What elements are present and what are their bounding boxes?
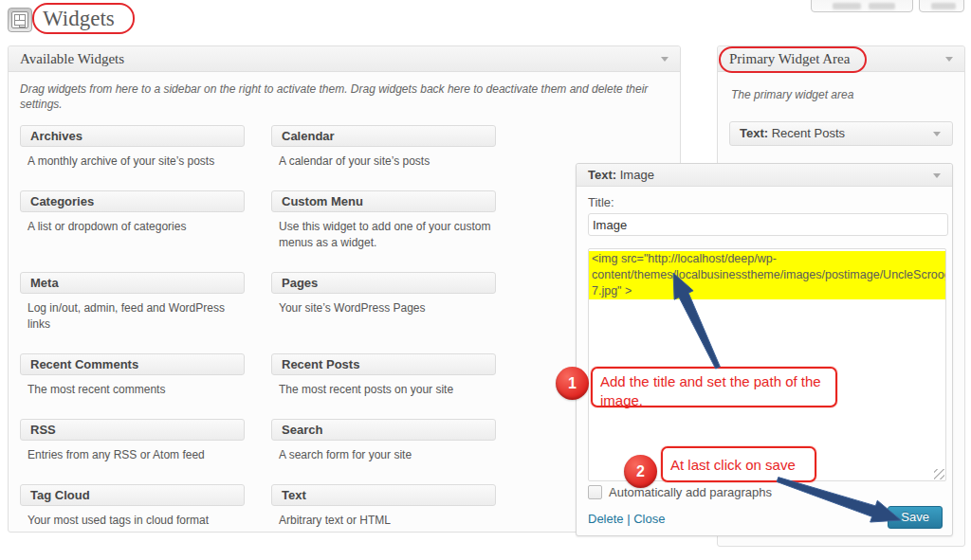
widget-toggle-arrow-icon[interactable] [933,132,941,136]
autop-row: Automatically add paragraphs [588,485,772,499]
widget-card-text: Text Arbitrary text or HTML [271,484,496,529]
cutoff-button-text [833,3,861,9]
widget-card-rss: RSS Entries from any RSS or Atom feed [20,419,245,463]
widget-drag-bar[interactable]: Archives [20,125,245,147]
widget-drag-bar[interactable]: Recent Posts [271,353,496,375]
widget-card-categories: Categories A list or dropdown of categor… [20,190,245,251]
widget-card-tag-cloud: Tag Cloud Your most used tags in cloud f… [20,484,245,529]
available-widgets-header: Available Widgets [9,46,680,72]
available-widgets-description: Drag widgets from here to a sidebar on t… [20,81,684,112]
widget-description: The most recent posts on your site [279,382,501,398]
title-field-label: Title: [588,195,941,209]
cutoff-button-text [931,3,956,9]
cutoff-toolbar-button-left[interactable] [811,0,913,12]
widget-drag-bar[interactable]: Meta [20,272,245,294]
widget-description: Use this widget to add one of your custo… [279,219,501,251]
widget-drag-bar[interactable]: Calendar [271,125,496,147]
widget-drag-bar[interactable]: Pages [271,272,496,294]
highlighted-code-line: <img src="http://localhost/deep/wp- [589,251,945,267]
highlighted-code-line: content/themes/localbusinesstheme/images… [589,267,945,283]
cutoff-toolbar-button-right[interactable] [919,0,964,12]
widget-description: A search form for your site [279,447,501,463]
step-2-callout: At last click on save [661,446,816,482]
wordpress-widgets-screen: Widgets Available Widgets Drag widgets f… [0,0,971,560]
step-1-badge: 1 [556,367,589,400]
widget-description: Log in/out, admin, feed and WordPress li… [27,300,249,333]
textarea-resize-handle[interactable] [934,469,944,479]
widget-footer-links: Delete | Close [588,512,665,526]
primary-widget-area-annotation-oval [719,46,867,73]
widget-toggle-arrow-icon[interactable] [933,173,941,178]
collapse-arrow-icon[interactable] [945,57,953,62]
highlighted-code-line: 7.jpg" > [589,283,945,299]
autop-label: Automatically add paragraphs [609,485,772,499]
title-annotation-oval [32,3,135,34]
widget-card-custom-menu: Custom Menu Use this widget to add one o… [271,190,496,251]
widget-card-recent-posts: Recent Posts The most recent posts on yo… [271,353,496,398]
autop-checkbox[interactable] [588,485,602,499]
collapse-arrow-icon[interactable] [661,57,669,62]
widget-drag-bar[interactable]: Tag Cloud [20,484,245,506]
widget-title-input[interactable] [588,213,948,236]
widget-card-meta: Meta Log in/out, admin, feed and WordPre… [20,272,245,333]
text-image-widget-header[interactable]: Text: Image [577,164,952,187]
delete-link[interactable]: Delete [588,512,624,526]
save-button[interactable]: Save [888,506,943,529]
widget-description: A calendar of your site’s posts [279,154,501,170]
cutoff-button-text [869,3,895,9]
widget-drag-bar[interactable]: Custom Menu [271,190,496,212]
widget-drag-bar[interactable]: Text [271,484,496,506]
step-2-badge: 2 [624,455,657,488]
widget-description: A monthly archive of your site’s posts [27,154,249,170]
widget-description: Arbitrary text or HTML [279,513,501,529]
widget-description: Your most used tags in cloud format [27,513,249,529]
sidebar-description: The primary widget area [731,87,953,102]
widget-card-calendar: Calendar A calendar of your site’s posts [271,125,496,170]
widgets-icon [8,8,32,32]
widget-drag-bar[interactable]: RSS [20,419,245,441]
widget-drag-bar[interactable]: Search [271,419,496,441]
widget-card-pages: Pages Your site’s WordPress Pages [271,272,496,333]
widget-description: Your site’s WordPress Pages [279,300,501,316]
sidebar-widget-text-recent-posts[interactable]: Text: Recent Posts [729,121,953,146]
widget-description: Entries from any RSS or Atom feed [27,447,249,463]
close-link[interactable]: Close [633,512,665,526]
widget-card-recent-comments: Recent Comments The most recent comments [20,353,245,398]
widget-card-archives: Archives A monthly archive of your site’… [20,125,245,170]
link-divider: | [627,512,630,526]
step-1-callout: Add the title and set the path of the im… [591,367,837,407]
widget-description: A list or dropdown of categories [27,219,249,235]
widget-description: The most recent comments [27,382,249,398]
widget-card-search: Search A search form for your site [271,419,496,463]
widget-drag-bar[interactable]: Recent Comments [20,353,245,375]
widget-drag-bar[interactable]: Categories [20,190,245,212]
